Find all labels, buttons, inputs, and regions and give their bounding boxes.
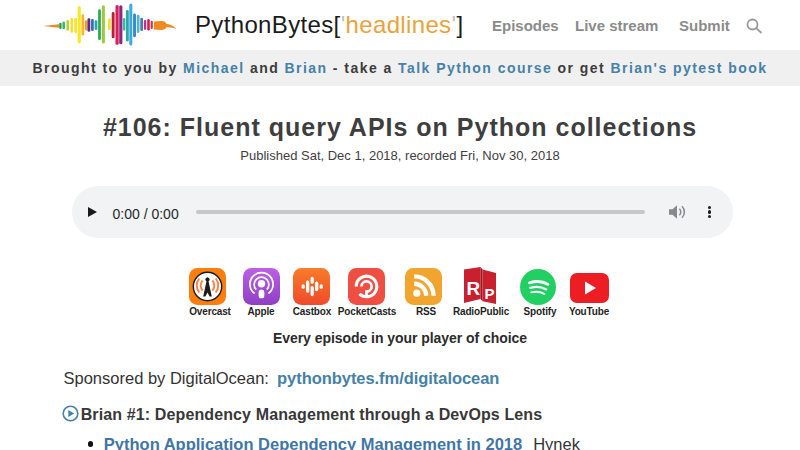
svg-text:R: R [467, 278, 481, 299]
svg-text:P: P [485, 285, 495, 302]
